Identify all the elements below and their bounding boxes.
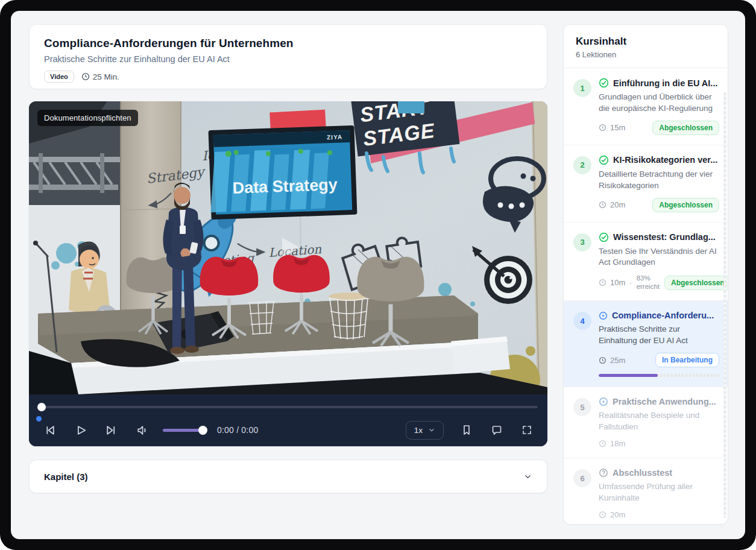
lesson-duration: 18m (610, 439, 625, 448)
chapters-label: Kapitel (3) (44, 472, 88, 482)
window-frame: Compliance-Anforderungen für Unternehmen… (0, 0, 756, 550)
seek-thumb[interactable] (37, 403, 46, 411)
lesson-item-3[interactable]: 3 Wissenstest: Grundlag... Testen Sie Ih… (564, 223, 728, 302)
check-circle-icon (599, 155, 609, 165)
lesson-duration: 20m (610, 510, 625, 519)
clock-icon (81, 72, 90, 81)
lesson-duration: 10m (610, 278, 625, 287)
bookmark-icon (461, 424, 473, 436)
next-button[interactable] (101, 420, 121, 440)
clock-icon (599, 440, 606, 447)
video-player[interactable]: HANNOVER MESSE Strategy Ideas Location M… (29, 101, 547, 446)
lesson-item-5[interactable]: 5 Praktische Anwendung... Realitätsnahe … (564, 387, 728, 458)
lesson-progress-fill (599, 374, 658, 377)
seek-track[interactable] (39, 406, 538, 408)
check-circle-icon (599, 78, 609, 88)
page-background: Compliance-Anforderungen für Unternehmen… (11, 11, 745, 539)
current-chapter-chip: Dokumentationspflichten (37, 110, 138, 126)
lesson-title: Einführung in die EU AI... (613, 78, 717, 88)
play-circle-icon (599, 397, 608, 406)
time-display: 0:00 / 0:00 (217, 425, 258, 435)
lesson-header-card: Compliance-Anforderungen für Unternehmen… (29, 24, 547, 89)
lesson-title: KI-Risikokategorien ver... (613, 155, 717, 165)
chevron-down-icon (523, 472, 532, 481)
lesson-item-1[interactable]: 1 Einführung in die EU AI... Grundlagen … (564, 68, 728, 145)
sidebar-lesson-count: 6 Lektionen (576, 50, 716, 59)
page-subtitle: Praktische Schritte zur Einhaltung der E… (44, 54, 532, 64)
lesson-duration: 20m (610, 200, 625, 209)
lesson-number: 1 (573, 79, 591, 97)
lesson-description: Grundlagen und Überblick über die europä… (599, 92, 719, 115)
bookmark-button[interactable] (457, 420, 476, 440)
lesson-duration: 15m (610, 123, 625, 132)
chevron-down-icon (428, 426, 435, 434)
sidebar-scrollbar[interactable] (723, 92, 726, 518)
fullscreen-icon (521, 424, 533, 436)
lesson-description: Umfassende Prüfung aller Kursinhalte (599, 481, 719, 504)
lesson-item-4-active[interactable]: 4 Compliance-Anforderu... Praktische Sch… (564, 301, 728, 387)
video-screen-brand: ZIYA (327, 133, 342, 141)
lesson-description: Realitätsnahe Beispiele und Fallstudien (599, 410, 719, 433)
chapters-accordion[interactable]: Kapitel (3) (29, 460, 547, 493)
play-circle-icon (599, 311, 608, 320)
video-frame-illustration: HANNOVER MESSE Strategy Ideas Location M… (29, 101, 547, 394)
status-badge: In Bearbeitung (655, 353, 719, 367)
lesson-item-6[interactable]: 6 Abschlusstest Umfassende Prüfung aller… (564, 458, 728, 525)
lesson-duration: 25m (610, 356, 625, 365)
page-title: Compliance-Anforderungen für Unternehmen (44, 37, 532, 50)
fullscreen-button[interactable] (517, 420, 537, 440)
status-badge: Abgeschlossen (652, 121, 719, 135)
speed-value: 1x (414, 426, 423, 435)
lesson-number: 5 (573, 398, 591, 416)
status-badge: Abgeschlossen (664, 276, 728, 290)
player-controls: 0:00 / 0:00 1x (29, 394, 547, 446)
lesson-item-2[interactable]: 2 KI-Risikokategorien ver... Detailliert… (564, 145, 728, 223)
clock-icon (599, 279, 606, 286)
course-content-sidebar: Kursinhalt 6 Lektionen 1 Einführung in d… (563, 24, 728, 525)
clock-icon (599, 124, 606, 131)
lesson-duration: 25 Min. (81, 72, 119, 81)
lesson-title: Compliance-Anforderu... (612, 311, 714, 320)
lesson-number: 4 (573, 312, 591, 330)
sidebar-title: Kursinhalt (576, 36, 716, 48)
lesson-description: Testen Sie Ihr Verständnis der AI Act Gr… (599, 246, 719, 269)
previous-button[interactable] (40, 420, 60, 440)
quiz-score: 83% erreicht (637, 274, 660, 291)
video-screen-title: Data Strategy (232, 175, 338, 197)
lesson-description: Detaillierte Betrachtung der vier Risiko… (599, 169, 719, 192)
seek-bar[interactable] (39, 403, 538, 411)
comment-icon (491, 424, 503, 436)
meta-separator: · (629, 278, 632, 287)
video-scene[interactable]: HANNOVER MESSE Strategy Ideas Location M… (29, 101, 547, 394)
status-badge: Abgeschlossen (652, 198, 719, 212)
lesson-description: Praktische Schritte zur Einhaltung der E… (599, 324, 719, 347)
speaker-icon (136, 424, 148, 437)
volume-slider[interactable] (163, 426, 206, 434)
lesson-number: 3 (573, 233, 591, 251)
lesson-number: 2 (573, 156, 591, 174)
lesson-number: 6 (573, 469, 591, 487)
lesson-progress-bar (599, 374, 719, 377)
volume-thumb[interactable] (198, 426, 207, 435)
sidebar-header: Kursinhalt 6 Lektionen (564, 25, 728, 68)
volume-button[interactable] (132, 420, 152, 440)
clock-icon (599, 356, 606, 364)
question-circle-icon (599, 468, 608, 478)
video-type-badge: Video (44, 71, 74, 83)
play-button[interactable] (71, 420, 90, 440)
clock-icon (599, 201, 606, 209)
clock-icon (599, 511, 606, 519)
lesson-title: Praktische Anwendung... (613, 397, 716, 406)
lesson-title: Abschlusstest (613, 468, 672, 478)
comments-button[interactable] (487, 420, 506, 440)
check-circle-icon (599, 232, 609, 242)
playback-speed-button[interactable]: 1x (406, 421, 444, 440)
lesson-title: Wissenstest: Grundlag... (613, 232, 716, 242)
